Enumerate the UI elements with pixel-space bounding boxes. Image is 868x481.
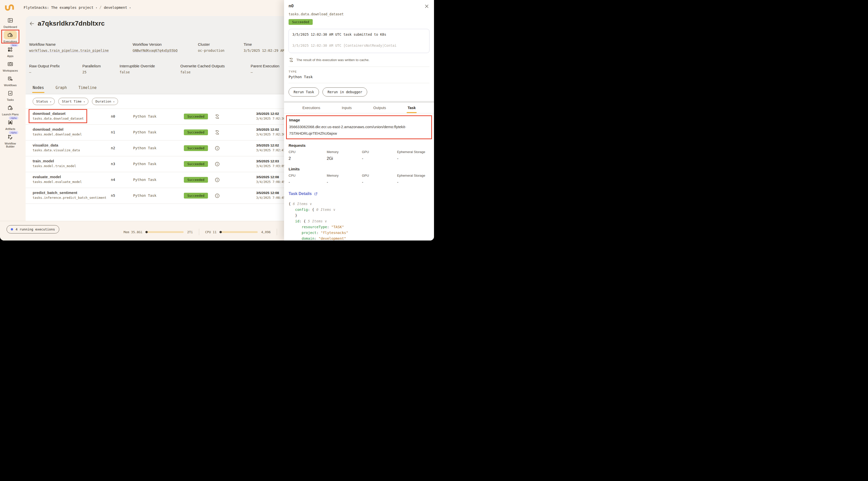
meta-raw-output-prefix: Raw Output Prefix– (29, 64, 82, 74)
back-arrow-icon[interactable] (29, 21, 35, 26)
rerun-task-button[interactable]: Rerun Task (288, 87, 319, 96)
meta-value: false (180, 70, 251, 74)
log-output-box[interactable]: 3/5/2025 12:02:30 AM UTC task submitted … (288, 29, 430, 53)
workspaces-icon (7, 61, 13, 67)
panel-tab-outputs[interactable]: Outputs (373, 106, 386, 113)
limits-grid: CPUMemoryGPUEphemeral Storage---- (288, 174, 430, 184)
json-line: id: { 5 Items ∨ (288, 218, 430, 224)
node-time: 3/5/2025 12:02 (256, 144, 285, 147)
meta-value: – (251, 70, 279, 74)
sidebar-iconwrap (4, 89, 17, 97)
resource-label: Memory (327, 174, 362, 177)
filter-label: Status (36, 99, 48, 103)
sidebar-iconwrap (4, 103, 17, 112)
chevron-down-icon[interactable]: ▾ (129, 6, 131, 9)
node-id: n4 (106, 178, 120, 182)
sidebar-item-launch-plans[interactable]: Launch Plans (0, 103, 21, 116)
cpu-gauge-label: CPU 11 (205, 230, 217, 234)
tab-graph[interactable]: Graph (56, 85, 67, 93)
meta-value: oc-production (198, 49, 244, 53)
meta-value[interactable]: GNBwYNdKvaq67q4xEp55bQ (133, 49, 198, 53)
tab-timeline[interactable]: Timeline (79, 85, 96, 93)
node-times: 3/5/2025 12:083/4/2025 7:08:45 (256, 175, 285, 184)
json-colon: : (327, 225, 331, 229)
sidebar-item-apps[interactable]: NewApps (0, 45, 21, 58)
sidebar-item-tasks[interactable]: Tasks (0, 89, 21, 101)
workflows-icon (7, 76, 13, 82)
node-times: 3/5/2025 12:023/4/2025 7:02:47 (256, 144, 285, 152)
meta-value[interactable]: workflows.train_pipeline.train_pipeline (29, 49, 133, 53)
union-logo-icon (4, 2, 14, 12)
sidebar-item-workflow-builder[interactable]: AlphaWorkflow Builder (0, 133, 21, 148)
sidebar-item-workspaces[interactable]: Workspaces (0, 60, 21, 72)
node-name: train_model (33, 159, 76, 163)
panel-node-title: n0 (288, 3, 293, 8)
json-brace: { (312, 208, 316, 212)
node-start-time: 3/4/2025 7:03:05 (256, 164, 285, 168)
task-details-link[interactable]: Task Details (288, 191, 430, 196)
breadcrumb-domain[interactable]: development (104, 5, 127, 9)
meta-label: Raw Output Prefix (29, 64, 82, 68)
log-line: 3/5/2025 12:02:30 AM UTC [ContainersNotR… (292, 43, 426, 48)
sidebar-item-artifacts[interactable]: AlphaArtifacts (0, 118, 21, 130)
node-task-id: tasks.model.evaluate_model (33, 180, 82, 184)
node-detail-panel: n0 tasks.data.download_dataset Succeeded… (284, 0, 434, 241)
filter-status[interactable]: Status▾ (33, 98, 55, 105)
cpu-gauge-dot (219, 231, 222, 233)
info-icon[interactable] (215, 161, 220, 167)
meta-label: Workflow Version (133, 42, 198, 47)
gauge-divider (199, 229, 199, 235)
app-screen: FlyteSnacks: The examples project ▾ / de… (0, 0, 434, 241)
json-collapse-toggle[interactable]: 6 Items ∨ (293, 202, 312, 206)
execution-tabs: NodesGraphTimeline (33, 85, 97, 93)
info-icon[interactable] (215, 193, 220, 199)
rerun-debugger-button[interactable]: Rerun in debugger (322, 87, 367, 96)
running-executions-button[interactable]: 4 running executions (6, 225, 59, 234)
meta-label: Interruptible Override (120, 64, 180, 68)
resource-label: Ephemeral Storage (397, 150, 430, 154)
node-time: 3/5/2025 12:08 (256, 175, 285, 179)
tab-nodes[interactable]: Nodes (33, 85, 44, 93)
task-details-label: Task Details (288, 191, 312, 196)
dashboard-icon (7, 17, 13, 23)
cache-icon[interactable] (215, 130, 220, 135)
close-icon[interactable] (424, 3, 430, 9)
sidebar-item-executions[interactable]: Executions (0, 31, 21, 43)
resource-value: 2Gi (327, 156, 362, 161)
status-badge: Succeeded (184, 193, 208, 199)
filter-start-time[interactable]: Start Time▾ (58, 98, 88, 105)
breadcrumb-project[interactable]: FlyteSnacks: The examples project (24, 5, 93, 9)
panel-tab-task[interactable]: Task (408, 106, 416, 113)
json-collapse-toggle[interactable]: 0 Items ∨ (316, 208, 335, 212)
info-icon[interactable] (215, 177, 220, 183)
json-key: project (302, 231, 316, 235)
node-time: 3/5/2025 12:08 (256, 191, 285, 195)
json-colon: : (314, 237, 319, 241)
sidebar-item-workflows[interactable]: Workflows (0, 74, 21, 87)
json-brace: } (295, 213, 297, 217)
node-name-cell: visualize_datatasks.data.visualize_data (33, 143, 80, 152)
cache-icon (288, 57, 294, 63)
node-name-cell: download_modeltasks.model.download_model (33, 127, 82, 136)
resource-label: CPU (288, 150, 327, 154)
resource-value: - (327, 180, 362, 184)
panel-tab-executions[interactable]: Executions (302, 106, 320, 113)
node-times: 3/5/2025 12:023/4/2025 7:02:30 (256, 112, 285, 120)
cache-icon[interactable] (215, 114, 220, 119)
info-icon[interactable] (215, 146, 220, 151)
node-start-time: 3/4/2025 7:02:47 (256, 149, 285, 152)
executions-icon (7, 32, 13, 38)
json-colon: : (316, 231, 321, 235)
sidebar-iconwrap: Alpha (4, 133, 17, 141)
chevron-down-icon[interactable]: ▾ (96, 6, 97, 9)
json-collapse-toggle[interactable]: 5 Items ∨ (308, 219, 327, 223)
filter-duration[interactable]: Duration▾ (92, 98, 118, 105)
node-task-id: tasks.model.download_model (33, 132, 82, 136)
artifacts-icon (7, 119, 13, 125)
sidebar-item-label: Dashboard (1, 25, 20, 28)
sidebar-item-dashboard[interactable]: Dashboard (0, 16, 21, 28)
node-start-time: 3/4/2025 7:02:30 (256, 133, 285, 136)
sidebar-iconwrap (4, 60, 17, 68)
panel-tab-inputs[interactable]: Inputs (342, 106, 352, 113)
resource-value: - (362, 156, 397, 161)
